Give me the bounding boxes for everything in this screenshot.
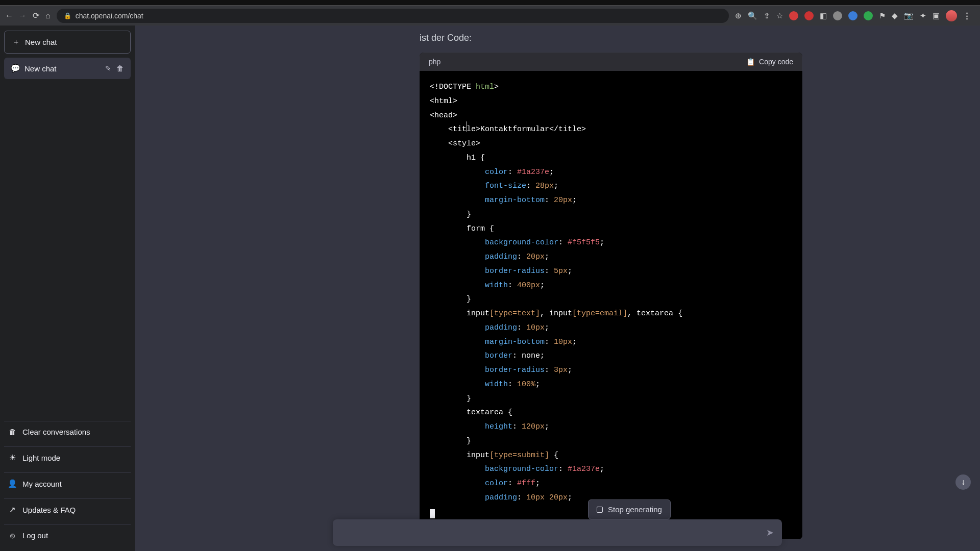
- ext-icon-1[interactable]: [789, 11, 798, 20]
- sun-icon: ☀: [8, 453, 16, 462]
- zoom-icon[interactable]: 🔍: [748, 11, 757, 20]
- delete-icon[interactable]: 🗑: [116, 64, 124, 72]
- updates-faq-button[interactable]: ↗ Updates & FAQ: [4, 498, 131, 520]
- code-body[interactable]: <!DOCTYPE html> <html> <head> <title>Kon…: [420, 71, 802, 539]
- chat-scroll[interactable]: ist der Code: php 📋 Copy code <!DOCTYPE …: [135, 26, 980, 551]
- plus-icon: ＋: [12, 37, 20, 47]
- code-language-label: php: [429, 58, 440, 66]
- my-account-label: My account: [22, 480, 62, 488]
- app-root: ＋ New chat 💬 New chat ✎ 🗑 🗑 Clear conver…: [0, 26, 980, 551]
- user-icon: 👤: [8, 479, 16, 488]
- profile-avatar[interactable]: [946, 10, 957, 21]
- code-block-header: php 📋 Copy code: [420, 53, 802, 71]
- send-icon[interactable]: ➤: [766, 527, 774, 538]
- ext-icon-4[interactable]: [833, 11, 842, 20]
- back-icon[interactable]: ←: [5, 11, 13, 20]
- assistant-text-fragment: ist der Code:: [420, 33, 792, 43]
- share-icon[interactable]: ⇪: [764, 11, 770, 20]
- puzzle-icon[interactable]: ✦: [920, 11, 926, 20]
- url-text: chat.openai.com/chat: [76, 12, 143, 20]
- light-mode-label: Light mode: [22, 454, 60, 462]
- chat-main: ist der Code: php 📋 Copy code <!DOCTYPE …: [135, 26, 980, 551]
- clear-conversations-button[interactable]: 🗑 Clear conversations: [4, 421, 131, 442]
- logout-label: Log out: [22, 531, 48, 540]
- extension-icons: ⊕ 🔍 ⇪ ☆ ◧ ⚑ ◆ 📷 ✦ ▣ ⋮: [735, 10, 975, 21]
- home-icon[interactable]: ⌂: [45, 11, 51, 20]
- star-icon[interactable]: ☆: [776, 11, 783, 20]
- copy-code-label: Copy code: [759, 58, 793, 66]
- translate-icon[interactable]: ⊕: [735, 11, 742, 20]
- ext-icon-2[interactable]: [804, 11, 814, 20]
- ext-icon-8[interactable]: ◆: [892, 11, 898, 20]
- light-mode-button[interactable]: ☀ Light mode: [4, 446, 131, 468]
- lock-icon: 🔒: [64, 12, 71, 19]
- reload-icon[interactable]: ⟳: [33, 11, 39, 20]
- external-link-icon: ↗: [8, 505, 16, 514]
- stop-icon: [597, 507, 603, 513]
- my-account-button[interactable]: 👤 My account: [4, 472, 131, 494]
- logout-button[interactable]: ⎋ Log out: [4, 524, 131, 546]
- chat-icon: 💬: [11, 64, 19, 73]
- trash-icon: 🗑: [8, 428, 16, 436]
- clipboard-icon: 📋: [746, 58, 755, 66]
- stop-generating-label: Stop generating: [608, 505, 662, 514]
- ext-icon-5[interactable]: [848, 11, 857, 20]
- code-block: php 📋 Copy code <!DOCTYPE html> <html> <…: [420, 53, 802, 539]
- new-chat-label: New chat: [25, 38, 57, 46]
- edit-icon[interactable]: ✎: [105, 64, 111, 72]
- conversation-title: New chat: [24, 64, 57, 73]
- stop-generating-button[interactable]: Stop generating: [588, 499, 671, 519]
- sidebar: ＋ New chat 💬 New chat ✎ 🗑 🗑 Clear conver…: [0, 26, 135, 551]
- new-chat-button[interactable]: ＋ New chat: [4, 31, 131, 54]
- ext-icon-6[interactable]: [864, 11, 873, 20]
- copy-code-button[interactable]: 📋 Copy code: [746, 58, 793, 66]
- browser-toolbar: ← → ⟳ ⌂ 🔒 chat.openai.com/chat ⊕ 🔍 ⇪ ☆ ◧…: [0, 5, 980, 26]
- address-bar[interactable]: 🔒 chat.openai.com/chat: [57, 9, 729, 23]
- logout-icon: ⎋: [8, 531, 16, 540]
- ext-icon-3[interactable]: ◧: [820, 11, 827, 20]
- conversation-item-active[interactable]: 💬 New chat ✎ 🗑: [4, 58, 131, 79]
- scroll-to-bottom-button[interactable]: ↓: [955, 474, 971, 490]
- ext-icon-7[interactable]: ⚑: [879, 11, 886, 20]
- clear-conversations-label: Clear conversations: [22, 428, 90, 436]
- browser-chrome: ← → ⟳ ⌂ 🔒 chat.openai.com/chat ⊕ 🔍 ⇪ ☆ ◧…: [0, 0, 980, 26]
- ext-icon-9[interactable]: 📷: [904, 11, 914, 20]
- updates-faq-label: Updates & FAQ: [22, 506, 76, 514]
- window-icon[interactable]: ▣: [933, 11, 940, 20]
- message-input[interactable]: ➤: [333, 519, 782, 546]
- kebab-menu-icon[interactable]: ⋮: [963, 11, 971, 20]
- forward-icon[interactable]: →: [18, 11, 27, 20]
- tab-strip: [0, 0, 980, 5]
